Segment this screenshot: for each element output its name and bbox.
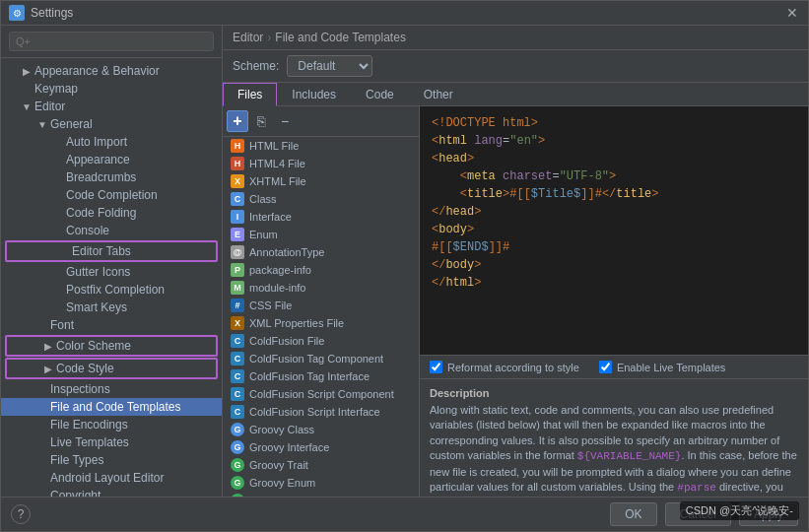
reformat-label: Reformat according to style (447, 362, 579, 373)
sidebar-item-appearance[interactable]: Appearance (1, 151, 222, 168)
tab-includes[interactable]: Includes (277, 83, 351, 105)
add-template-button[interactable]: + (227, 110, 248, 132)
file-item-label: module-info (249, 282, 305, 294)
tab-code[interactable]: Code (351, 83, 409, 105)
arrow-spacer (21, 83, 33, 95)
editor-options: Reformat according to style Enable Live … (420, 355, 808, 378)
sidebar-item-file-templates[interactable]: File and Code Templates (1, 398, 222, 416)
sidebar-item-color-scheme[interactable]: ▶ Color Scheme (5, 335, 218, 357)
file-icon: M (231, 281, 244, 295)
file-item[interactable]: CColdFusion Script Component (223, 385, 419, 403)
file-item[interactable]: XXML Properties File (223, 314, 419, 332)
file-item[interactable]: CColdFusion File (223, 332, 419, 350)
sidebar-item-file-encodings[interactable]: File Encodings (1, 416, 222, 433)
reformat-checkbox[interactable] (430, 361, 442, 373)
file-item[interactable]: Ppackage-info (223, 261, 419, 279)
arrow-spacer (52, 301, 64, 313)
arrow-spacer (36, 436, 48, 448)
sidebar-item-copyright[interactable]: Copyright (1, 487, 222, 497)
sidebar-item-label: Gutter Icons (66, 265, 130, 279)
file-icon: I (231, 210, 244, 224)
file-item[interactable]: HHTML File (223, 137, 419, 155)
file-item-label: Groovy Interface (249, 441, 329, 453)
sidebar-item-label: Smart Keys (66, 300, 127, 314)
sidebar-item-font[interactable]: Font (1, 316, 222, 334)
files-list: HHTML FileHHTML4 FileXXHTML FileCClassII… (223, 137, 419, 497)
file-item[interactable]: CClass (223, 190, 419, 208)
close-button[interactable]: ✕ (784, 5, 800, 21)
sidebar-item-console[interactable]: Console (1, 222, 222, 239)
reformat-option[interactable]: Reformat according to style (430, 361, 579, 373)
sidebar-item-editor[interactable]: ▼ Editor (1, 98, 222, 115)
sidebar-item-label: Auto Import (66, 135, 127, 149)
watermark: CSDN @天亮^说晚安- (680, 501, 799, 520)
settings-dialog: ⚙ Settings ✕ ▶ Appearance & Behavior Key… (0, 0, 809, 532)
sidebar-item-keymap[interactable]: Keymap (1, 80, 222, 98)
file-item-label: Enum (249, 229, 278, 240)
sidebar-item-label: Appearance & Behavior (34, 64, 160, 78)
sidebar-item-code-style[interactable]: ▶ Code Style (5, 358, 218, 379)
arrow-spacer (52, 171, 64, 183)
tab-other[interactable]: Other (409, 83, 468, 105)
file-item-label: package-info (249, 264, 311, 276)
arrow-spacer (36, 401, 48, 413)
search-input[interactable] (9, 32, 214, 51)
sidebar-item-android-layout[interactable]: Android Layout Editor (1, 469, 222, 487)
file-icon: C (231, 405, 244, 419)
file-icon: H (231, 139, 244, 153)
file-item[interactable]: EEnum (223, 226, 419, 243)
main-content: Editor › File and Code Templates Scheme:… (223, 26, 808, 497)
file-item-label: Groovy Enum (249, 477, 315, 489)
sidebar-item-smart-keys[interactable]: Smart Keys (1, 299, 222, 316)
sidebar-item-auto-import[interactable]: Auto Import (1, 133, 222, 151)
file-item[interactable]: Mmodule-info (223, 279, 419, 297)
file-item[interactable]: CColdFusion Tag Component (223, 350, 419, 367)
arrow-spacer (52, 207, 64, 219)
live-templates-checkbox[interactable] (599, 361, 612, 373)
file-item[interactable]: GGroovy Class (223, 421, 419, 438)
file-item[interactable]: #CSS File (223, 297, 419, 314)
file-item[interactable]: @AnnotationType (223, 243, 419, 261)
tab-files[interactable]: Files (223, 83, 277, 106)
live-templates-option[interactable]: Enable Live Templates (599, 361, 725, 373)
file-item[interactable]: GGroovy Trait (223, 456, 419, 474)
sidebar-item-file-types[interactable]: File Types (1, 451, 222, 469)
breadcrumb-page: File and Code Templates (275, 31, 406, 44)
arrow-spacer (36, 319, 48, 331)
arrow-spacer (52, 154, 64, 166)
sidebar-item-code-folding[interactable]: Code Folding (1, 204, 222, 222)
copy-template-button[interactable]: ⎘ (250, 110, 272, 132)
sidebar-item-live-templates[interactable]: Live Templates (1, 433, 222, 451)
file-item-label: ColdFusion Script Interface (249, 406, 380, 418)
ok-button[interactable]: OK (610, 502, 656, 526)
file-item[interactable]: CColdFusion Script Interface (223, 403, 419, 421)
settings-icon: ⚙ (9, 5, 25, 21)
sidebar-item-code-completion[interactable]: Code Completion (1, 186, 222, 204)
code-editor[interactable]: <!DOCTYPE html><html lang="en"><head> <m… (420, 106, 808, 355)
sidebar-item-breadcrumbs[interactable]: Breadcrumbs (1, 168, 222, 186)
sidebar-item-general[interactable]: ▼ General (1, 115, 222, 133)
sidebar-item-gutter-icons[interactable]: Gutter Icons (1, 263, 222, 281)
help-button[interactable]: ? (11, 504, 31, 524)
delete-template-button[interactable]: − (274, 110, 296, 132)
breadcrumb-sep: › (267, 31, 271, 44)
sidebar-item-label: General (50, 117, 93, 131)
sidebar-item-postfix[interactable]: Postfix Completion (1, 281, 222, 299)
file-item[interactable]: CColdFusion Tag Interface (223, 367, 419, 385)
file-item[interactable]: HHTML4 File (223, 155, 419, 172)
file-item[interactable]: GGroovy Interface (223, 438, 419, 456)
file-item[interactable]: XXHTML File (223, 172, 419, 190)
file-item-label: ColdFusion File (249, 335, 324, 347)
code-line: </head> (432, 203, 796, 221)
sidebar-item-inspections[interactable]: Inspections (1, 380, 222, 398)
scheme-select[interactable]: Default (287, 55, 372, 77)
sidebar-item-editor-tabs[interactable]: Editor Tabs (5, 240, 218, 262)
breadcrumb-editor: Editor (233, 31, 263, 44)
file-item[interactable]: IInterface (223, 208, 419, 226)
sidebar-item-label: Inspections (50, 382, 110, 396)
file-icon: C (231, 334, 244, 348)
description-panel: Description Along with static text, code… (420, 378, 808, 497)
code-line: <meta charset="UTF-8"> (432, 167, 796, 185)
file-item[interactable]: GGroovy Enum (223, 474, 419, 492)
sidebar-item-appearance[interactable]: ▶ Appearance & Behavior (1, 62, 222, 80)
